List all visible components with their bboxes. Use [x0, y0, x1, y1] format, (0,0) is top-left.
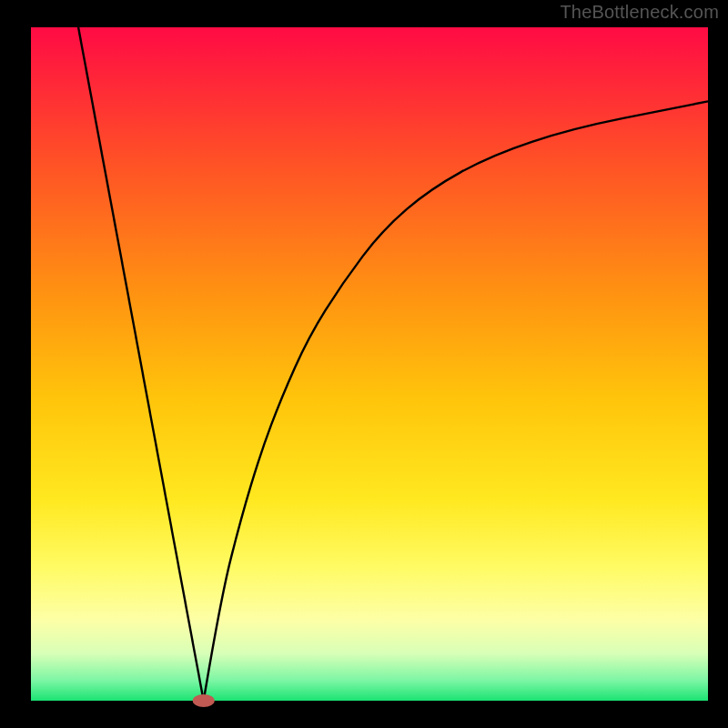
- watermark-text: TheBottleneck.com: [560, 2, 719, 23]
- gradient-background: [31, 27, 708, 701]
- chart-container: TheBottleneck.com: [0, 0, 728, 728]
- bottleneck-chart: [0, 0, 728, 728]
- bottleneck-marker: [193, 694, 215, 707]
